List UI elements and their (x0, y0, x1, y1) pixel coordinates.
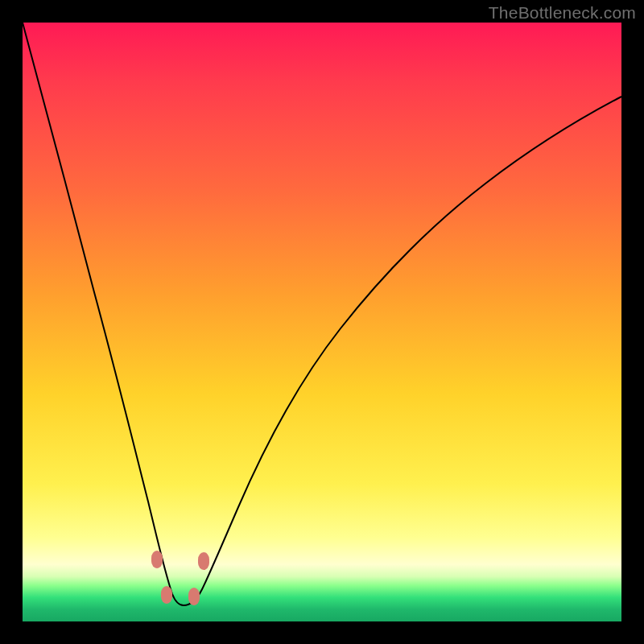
watermark: TheBottleneck.com (489, 3, 636, 23)
curve-layer (23, 23, 621, 621)
marker-left-upper (151, 551, 163, 568)
bottleneck-curve (23, 23, 621, 605)
marker-left-lower (161, 586, 172, 604)
plot-area (23, 23, 621, 621)
marker-right-upper (198, 552, 209, 570)
marker-right-lower (188, 588, 200, 605)
curve-markers (151, 551, 209, 605)
outer-frame: TheBottleneck.com (0, 0, 644, 644)
